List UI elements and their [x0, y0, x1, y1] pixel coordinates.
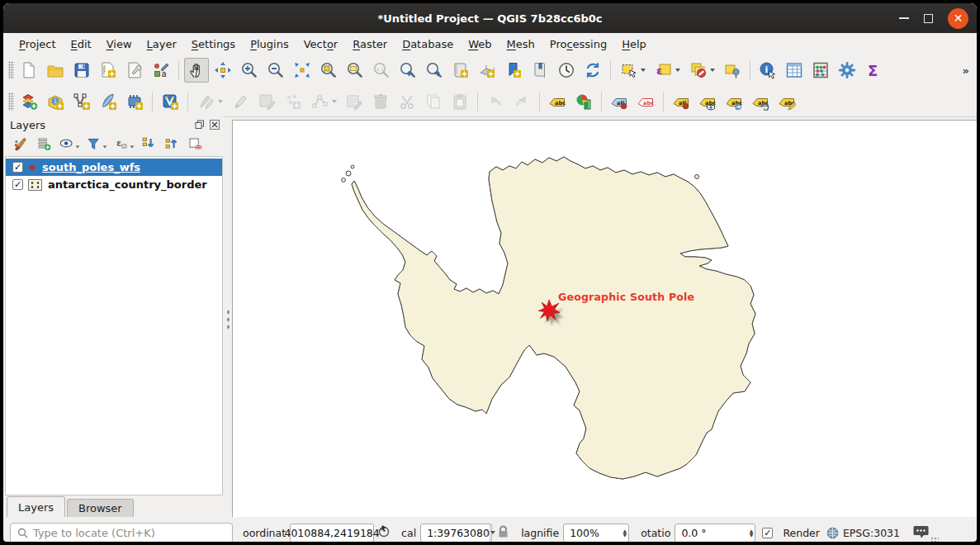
layer-visibility-checkbox[interactable]: ✓ — [12, 179, 23, 190]
close-button[interactable]: ✕ — [948, 8, 968, 29]
menu-project[interactable]: Project — [12, 36, 64, 53]
zoom-to-layer-button[interactable] — [343, 58, 367, 83]
menu-help[interactable]: Help — [614, 36, 654, 53]
menu-edit[interactable]: Edit — [64, 36, 99, 53]
zoom-full-button[interactable] — [290, 58, 315, 83]
pan-to-selection-button[interactable] — [211, 58, 235, 83]
new-geopackage-layer-button[interactable] — [43, 89, 68, 114]
manage-map-themes-button[interactable] — [56, 134, 82, 154]
add-group-button[interactable] — [33, 134, 54, 154]
panel-tab-layers[interactable]: Layers — [7, 496, 65, 517]
filter-by-expression-button[interactable]: ε — [111, 134, 136, 154]
map-canvas[interactable]: Geographic South Pole — [232, 120, 977, 517]
remove-layer-button[interactable] — [184, 134, 206, 154]
collapse-all-button[interactable] — [161, 134, 182, 154]
crs-status[interactable]: EPSG:3031 — [826, 527, 900, 539]
new-spatial-bookmark-button[interactable] — [501, 58, 526, 83]
zoom-next-button[interactable] — [422, 58, 447, 83]
lock-scale-icon[interactable] — [497, 525, 509, 541]
style-manager-button[interactable]: a — [149, 58, 173, 83]
zoom-in-button[interactable] — [237, 58, 262, 83]
new-shapefile-layer-button[interactable] — [69, 89, 94, 114]
open-data-source-manager-button[interactable] — [17, 89, 41, 114]
layer-item-antarctica_country_border[interactable]: ✓antarctica_country_border — [6, 176, 222, 193]
scale-combo[interactable]: 1:39763080 — [420, 524, 492, 543]
layer-labeling-options-button[interactable]: abc — [545, 89, 570, 114]
menu-web[interactable]: Web — [461, 36, 499, 53]
cut-features-button[interactable] — [395, 89, 419, 114]
pan-map-button[interactable] — [184, 58, 209, 83]
save-project-button[interactable] — [69, 58, 94, 83]
rotate-label-button[interactable]: abc — [748, 89, 773, 114]
identify-features-button[interactable]: i — [755, 58, 780, 83]
menu-processing[interactable]: Processing — [542, 36, 614, 53]
show-hide-labels-button[interactable]: abc — [695, 89, 720, 114]
new-map-view-button[interactable] — [448, 58, 473, 83]
move-label-button[interactable]: abc — [722, 89, 746, 114]
refresh-button[interactable] — [580, 58, 605, 83]
menu-view[interactable]: View — [99, 36, 140, 53]
maximize-button[interactable] — [924, 14, 933, 23]
temporal-controller-button[interactable] — [554, 58, 579, 83]
show-spatial-bookmarks-button[interactable] — [528, 58, 552, 83]
title-bar[interactable]: *Untitled Project — QGIS 7b28cc6b0c ✕ — [3, 3, 977, 33]
new-spatialite-layer-button[interactable] — [96, 89, 121, 114]
show-statistics-button[interactable]: Σ — [861, 58, 886, 83]
new-virtual-layer-button[interactable] — [158, 89, 182, 114]
expand-all-button[interactable] — [138, 134, 159, 154]
panel-float-icon[interactable] — [194, 120, 205, 130]
new-print-layout-button[interactable] — [96, 58, 121, 83]
deselect-all-button[interactable] — [685, 58, 718, 83]
messages-icon[interactable] — [913, 525, 929, 541]
layer-visibility-checkbox[interactable]: ✓ — [12, 162, 23, 173]
menu-layer[interactable]: Layer — [140, 36, 184, 53]
show-layout-manager-button[interactable] — [122, 58, 147, 83]
menu-settings[interactable]: Settings — [184, 36, 243, 53]
panel-close-icon[interactable] — [209, 120, 220, 130]
panel-tab-browser[interactable]: Browser — [67, 499, 134, 517]
delete-selected-button[interactable] — [368, 89, 393, 114]
select-features-button[interactable] — [616, 58, 649, 83]
filter-legend-button[interactable] — [83, 134, 109, 154]
extents-toggle-icon[interactable] — [377, 524, 391, 541]
resize-grip[interactable] — [930, 537, 939, 542]
new-mesh-layer-button[interactable] — [122, 89, 147, 114]
panel-splitter[interactable] — [226, 309, 230, 330]
paste-features-button[interactable] — [447, 89, 472, 114]
open-layer-styling-button[interactable] — [10, 134, 31, 154]
pin-unpin-labels-button[interactable]: ab — [669, 89, 694, 114]
open-project-button[interactable] — [43, 58, 68, 83]
minimize-button[interactable] — [899, 17, 909, 19]
new-project-button[interactable] — [17, 58, 41, 83]
select-by-location-button[interactable] — [720, 58, 745, 83]
highlight-pinned-labels-button[interactable]: ab — [607, 89, 632, 114]
save-layer-edits-button[interactable] — [254, 89, 279, 114]
menu-database[interactable]: Database — [395, 36, 461, 53]
render-checkbox[interactable]: ✓ — [762, 528, 773, 538]
toolbar-overflow-chevrons[interactable]: » — [963, 64, 968, 77]
layer-diagram-options-button[interactable] — [571, 89, 596, 114]
coordinate-input[interactable]: 4010884,2419184 — [290, 524, 374, 543]
zoom-out-button[interactable] — [263, 58, 288, 83]
toggle-unplaced-labels-button[interactable]: abc — [633, 89, 658, 114]
current-edits-button[interactable] — [193, 89, 226, 114]
processing-toolbox-button[interactable] — [835, 58, 859, 83]
digitize-feature-button[interactable] — [281, 89, 305, 114]
menu-plugins[interactable]: Plugins — [243, 36, 296, 53]
zoom-native-button[interactable]: 1:1 — [369, 58, 394, 83]
zoom-to-selection-button[interactable] — [316, 58, 341, 83]
open-attribute-table-button[interactable] — [782, 58, 807, 83]
menu-vector[interactable]: Vector — [296, 36, 345, 53]
select-by-expression-button[interactable]: ε — [651, 58, 684, 83]
magnifier-spinbox[interactable]: 100% ▲▼ — [563, 524, 629, 543]
vertex-tool-button[interactable] — [307, 89, 340, 114]
change-label-button[interactable]: abc — [774, 89, 799, 114]
toggle-editing-button[interactable] — [228, 89, 253, 114]
statistical-summary-button[interactable] — [808, 58, 833, 83]
rotation-spinbox[interactable]: 0.0 ° ▲▼ — [675, 524, 755, 543]
menu-raster[interactable]: Raster — [345, 36, 395, 53]
zoom-last-button[interactable] — [395, 58, 420, 83]
locate-bar[interactable]: Type to locate (Ctrl+K) — [10, 523, 233, 542]
copy-features-button[interactable] — [421, 89, 446, 114]
layer-item-south_poles_wfs[interactable]: ✓south_poles_wfs — [6, 159, 222, 176]
